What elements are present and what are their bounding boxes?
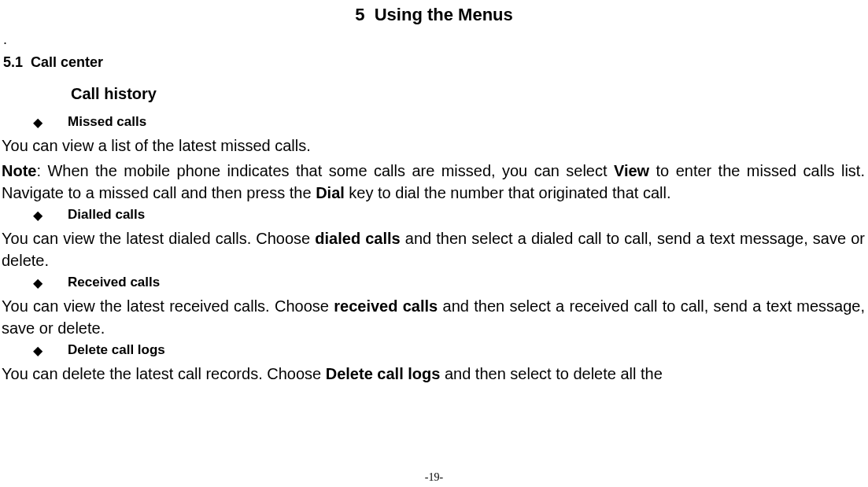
section-heading: 5.1 Call center [0, 54, 868, 85]
note-bold-view: View [614, 162, 649, 179]
stray-dot: . [0, 31, 868, 54]
received-bold: received calls [334, 297, 438, 315]
bullet-dialled-calls: ◆ Dialled calls [0, 207, 868, 227]
dialled-calls-desc: You can view the latest dialed calls. Ch… [0, 227, 868, 275]
subsection-heading: Call history [0, 85, 868, 114]
received-text-1: You can view the latest received calls. … [2, 297, 334, 315]
diamond-bullet-icon: ◆ [33, 115, 68, 130]
bullet-delete-logs: ◆ Delete call logs [0, 342, 868, 363]
chapter-number: 5 [355, 5, 364, 24]
missed-calls-desc: You can view a list of the latest missed… [0, 135, 868, 160]
diamond-bullet-icon: ◆ [33, 208, 68, 223]
bullet-missed-calls: ◆ Missed calls [0, 114, 868, 135]
bullet-label: Missed calls [68, 114, 146, 130]
note-label: Note [2, 162, 36, 179]
dialled-bold: dialed calls [315, 230, 400, 247]
dialled-text-1: You can view the latest dialed calls. Ch… [2, 230, 315, 247]
bullet-label: Delete call logs [68, 342, 165, 358]
section-title: Call center [31, 54, 103, 70]
delete-bold: Delete call logs [326, 365, 441, 382]
bullet-label: Received calls [68, 275, 160, 290]
diamond-bullet-icon: ◆ [33, 275, 68, 290]
page-number: -19- [0, 471, 868, 484]
diamond-bullet-icon: ◆ [33, 343, 68, 358]
bullet-label: Dialled calls [68, 207, 145, 223]
delete-text-2: and then select to delete all the [440, 365, 662, 382]
chapter-title-text: Using the Menus [375, 5, 513, 24]
note-text-1: : When the mobile phone indicates that s… [36, 162, 613, 179]
bullet-received-calls: ◆ Received calls [0, 275, 868, 295]
delete-text-1: You can delete the latest call records. … [2, 365, 326, 382]
chapter-title: 5 Using the Menus [0, 0, 868, 31]
section-number: 5.1 [3, 54, 23, 70]
note-text-3: key to dial the number that originated t… [345, 184, 671, 201]
received-calls-desc: You can view the latest received calls. … [0, 295, 868, 342]
missed-calls-note: Note: When the mobile phone indicates th… [0, 160, 868, 207]
note-bold-dial: Dial [316, 184, 345, 201]
delete-logs-desc: You can delete the latest call records. … [0, 363, 868, 388]
